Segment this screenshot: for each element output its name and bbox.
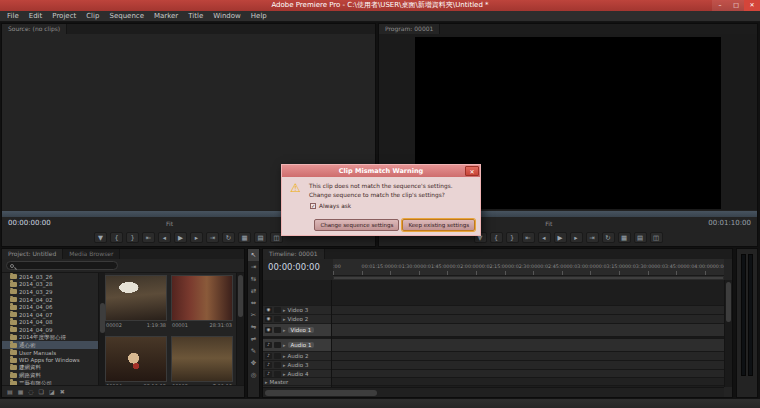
play-icon[interactable]: ▶ [554,232,567,243]
collapse-icon[interactable]: ▸ [283,342,286,348]
bin-item[interactable]: User Manuals [2,349,98,357]
track-lane-video3[interactable] [332,306,724,315]
clip-item[interactable]: 000037:00:16 [171,336,233,392]
timeline-ruler[interactable]: :00 00:01:15:00 00:01:30:00 00:01:45:00 … [333,259,724,276]
track-mute-toggle-icon[interactable]: ♪ [265,342,272,348]
play-icon[interactable]: ▶ [174,232,187,243]
bin-item[interactable]: 2014_03_28 [2,281,98,289]
bin-item[interactable]: 2014_04_08 [2,319,98,327]
track-header-audio4[interactable]: ♪ ▸ Audio 4 [263,370,331,378]
bin-item[interactable]: 2014_03_29 [2,288,98,296]
bin-item[interactable]: 2014_04_06 [2,303,98,311]
export-frame-icon[interactable]: ◫ [650,232,663,243]
bin-item[interactable]: WD Apps for Windows [2,357,98,365]
source-current-timecode[interactable]: 00:00:00:00 [8,217,51,230]
bin-item[interactable]: 2014_04_09 [2,326,98,334]
always-ask-checkbox[interactable]: ✓ Always ask [310,203,351,209]
track-lane-audio4[interactable] [332,370,724,378]
hand-tool[interactable]: ✥ [248,357,259,369]
maximize-button[interactable]: □ [728,0,744,11]
in-point-icon[interactable]: { [110,232,123,243]
clip-item[interactable]: 0000128:31:03 [171,275,233,331]
rate-stretch-tool[interactable]: ⇔ [248,297,259,309]
program-fit-dropdown[interactable]: Fit [545,217,552,230]
bin-item[interactable]: 網路資料 [2,372,98,380]
menu-file[interactable]: File [2,11,24,22]
clear-icon[interactable]: ✖ [60,388,65,395]
track-lock-toggle[interactable] [274,307,281,313]
dialog-close-button[interactable]: ✕ [465,166,479,176]
track-mute-toggle-icon[interactable]: ♪ [265,371,272,377]
track-lane-audio2[interactable] [332,352,724,361]
collapse-icon[interactable]: ▸ [283,327,286,333]
out-point-icon[interactable]: } [506,232,519,243]
track-lock-toggle[interactable] [274,362,281,368]
go-to-in-icon[interactable]: ⇤ [522,232,535,243]
step-forward-icon[interactable]: ▸ [570,232,583,243]
minimize-button[interactable]: – [712,0,728,11]
zoom-tool[interactable]: ◎ [248,369,259,381]
track-lane-audio1[interactable] [332,339,724,352]
track-lock-toggle[interactable] [274,316,281,322]
track-output-toggle-icon[interactable]: ◉ [265,316,272,322]
dialog-titlebar[interactable]: Clip Mismatch Warning [282,165,480,177]
timeline-horizontal-scrollbar[interactable] [263,387,724,397]
rolling-edit-tool[interactable]: ⇄ [248,285,259,297]
menu-project[interactable]: Project [47,11,81,22]
project-search-box[interactable] [6,261,118,270]
bin-item[interactable]: 2014_04_02 [2,296,98,304]
razor-tool[interactable]: ✂ [248,309,259,321]
loop-icon[interactable]: ↻ [602,232,615,243]
safe-margins-icon[interactable]: ▦ [238,232,251,243]
change-sequence-settings-button[interactable]: Change sequence settings [314,219,399,231]
bin-item-selected[interactable]: 通心術 [2,341,98,349]
collapse-icon[interactable]: ▸ [283,307,286,313]
icon-view-icon[interactable]: ▦ [18,388,24,395]
new-bin-icon[interactable]: ❏ [39,388,44,395]
menu-title[interactable]: Title [183,11,208,22]
collapse-icon[interactable]: ▸ [283,316,286,322]
slide-tool[interactable]: ⇌ [248,333,259,345]
tab-project[interactable]: Project: Untitled [2,249,63,259]
tab-source-monitor[interactable]: Source: (no clips) [2,24,67,34]
track-output-toggle-icon[interactable]: ◉ [265,307,272,313]
find-icon[interactable]: ◌ [28,388,33,395]
ripple-edit-tool[interactable]: ⇆ [248,273,259,285]
output-icon[interactable]: ▤ [254,232,267,243]
timeline-zoom-scrollbar-thumb[interactable] [265,390,377,396]
go-to-in-icon[interactable]: ⇤ [142,232,155,243]
timeline-vertical-scrollbar[interactable] [724,280,732,387]
menu-clip[interactable]: Clip [81,11,104,22]
new-item-icon[interactable]: ◪ [49,388,55,395]
track-header-video3[interactable]: ◉ ▸ Video 3 [263,306,331,315]
track-content-area[interactable] [332,280,724,387]
track-lock-toggle[interactable] [274,342,281,348]
tab-timeline[interactable]: Timeline: 00001 [263,249,325,259]
menu-sequence[interactable]: Sequence [104,11,149,22]
track-header-video2[interactable]: ◉ ▸ Video 2 [263,315,331,324]
track-header-video1[interactable]: ◉ ▸ Video 1 [263,324,331,337]
track-lane-master[interactable] [332,378,724,386]
track-header-master[interactable]: ▸ Master [263,378,331,386]
selection-tool[interactable]: ↖ [248,249,259,261]
bin-item[interactable]: 2014_03_26 [2,273,98,281]
menu-edit[interactable]: Edit [24,11,48,22]
bin-item[interactable]: 建網資料 [2,364,98,372]
collapse-icon[interactable]: ▸ [265,379,268,385]
clip-item[interactable]: 0000433:19:13 [105,336,167,392]
clip-item[interactable]: 000021:19:38 [105,275,167,331]
menu-help[interactable]: Help [246,11,272,22]
track-header-audio1[interactable]: ♪ ▸ Audio 1 [263,339,331,352]
checkbox-check-icon[interactable]: ✓ [310,203,316,209]
tab-media-browser[interactable]: Media Browser [63,249,120,259]
keep-existing-settings-button[interactable]: Keep existing settings [402,219,475,231]
project-scrollbar[interactable] [236,273,244,385]
bin-item[interactable]: 2014年度學習心得 [2,334,98,342]
track-header-audio3[interactable]: ♪ ▸ Audio 3 [263,361,331,370]
search-input[interactable] [17,262,115,269]
slip-tool[interactable]: ⇋ [248,321,259,333]
track-output-toggle-icon[interactable]: ◉ [265,327,272,333]
close-button[interactable]: ✕ [744,0,760,11]
track-lane-audio3[interactable] [332,361,724,370]
tree-scrollbar[interactable] [98,273,105,385]
